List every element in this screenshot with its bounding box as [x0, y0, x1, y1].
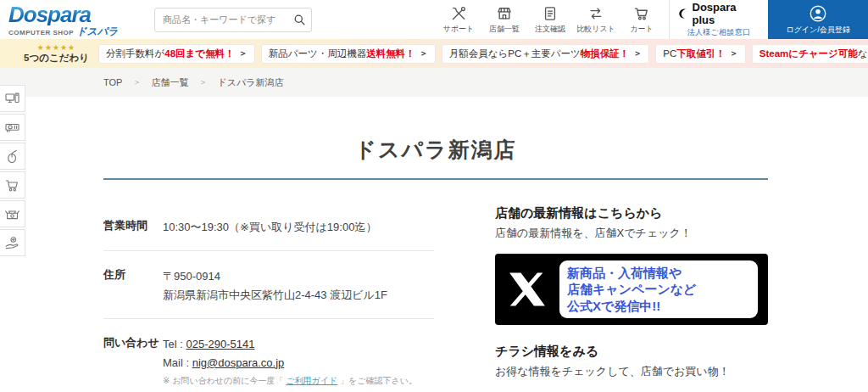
tools-icon	[450, 5, 467, 22]
logo-subtitle: COMPUTER SHOP	[8, 30, 74, 36]
cart-icon	[633, 5, 650, 22]
user-icon	[809, 4, 827, 23]
address-zip: 〒950-0914	[163, 267, 387, 285]
nav-compare-list[interactable]: 比較リスト	[576, 5, 616, 35]
contact-value: Tel : 025-290-5141 Mail : nig@dospara.co…	[163, 335, 417, 388]
store-icon	[496, 5, 513, 22]
x-banner[interactable]: 新商品・入荷情報や 店舗キャンペーンなど 公式Xで発信中!!	[495, 254, 768, 325]
compare-arrows-icon	[587, 5, 604, 22]
search-input[interactable]	[154, 8, 312, 32]
chevron-right-icon: ＞	[420, 48, 428, 59]
breadcrumb-current: ドスパラ新潟店	[217, 76, 283, 89]
breadcrumb-store-list[interactable]: 店舗一覧	[151, 76, 188, 89]
address-value: 〒950-0914 新潟県新潟市中央区紫竹山2-4-43 渡辺ビル1F	[163, 267, 387, 304]
promo-pill-free-shipping[interactable]: 新品パーツ・周辺機器送料無料！＞	[261, 44, 436, 64]
trade-in-icon	[4, 235, 20, 251]
store-news: 店舗の最新情報はこちらから 店舗の最新情報を、店舗Xでチェック！ 新商品・入荷情…	[495, 202, 768, 392]
contact-label: 問い合わせ	[103, 335, 163, 388]
title-underline	[103, 178, 768, 180]
sidebar-item-used[interactable]	[0, 200, 25, 227]
quick-sidebar	[0, 85, 25, 256]
promo-pill-installment[interactable]: 分割手数料が48回まで無料！＞	[98, 44, 255, 64]
usage-guide-link[interactable]: ご利用ガイド	[286, 376, 337, 385]
sidebar-item-pc[interactable]	[0, 85, 25, 112]
hours-label: 営業時間	[103, 218, 163, 236]
sidebar-item-buyback[interactable]	[0, 229, 25, 256]
nav-order-check[interactable]: 注文確認	[530, 5, 570, 35]
breadcrumb-separator: ＞	[132, 76, 141, 88]
news-subtext: 店舗の最新情報を、店舗Xでチェック！	[495, 226, 768, 241]
page-title: ドスパラ新潟店	[103, 97, 768, 164]
document-icon	[542, 5, 559, 22]
star-rating: ★★★★★	[37, 44, 75, 53]
graphics-card-icon	[4, 120, 20, 136]
info-row-address: 住所 〒950-0914 新潟県新潟市中央区紫竹山2-4-43 渡辺ビル1F	[103, 251, 434, 319]
info-row-contact: 問い合わせ Tel : 025-290-5141 Mail : nig@dosp…	[103, 319, 434, 392]
unboxing-icon	[4, 206, 20, 222]
breadcrumb: TOP ＞ 店舗一覧 ＞ ドスパラ新潟店	[0, 68, 868, 97]
address-street: 新潟県新潟市中央区紫竹山2-4-43 渡辺ビル1F	[163, 286, 387, 304]
info-row-hours: 営業時間 10:30〜19:30（※買い取り受付は19:00迄）	[103, 202, 434, 251]
sidebar-item-parts[interactable]	[0, 114, 25, 141]
address-label: 住所	[103, 267, 163, 304]
logo-kana: ドスパラ	[76, 26, 118, 36]
breadcrumb-top[interactable]: TOP	[103, 77, 122, 87]
nav-support[interactable]: サポート	[438, 5, 479, 35]
mouse-icon	[4, 148, 20, 165]
nav-cart[interactable]: カート	[621, 5, 662, 35]
promo-pill-trade-in[interactable]: PC下取値引！＞	[655, 44, 745, 64]
desktop-pc-icon	[4, 91, 20, 107]
sidebar-item-peripherals[interactable]	[0, 143, 25, 170]
news-heading: 店舗の最新情報はこちらから	[495, 205, 768, 221]
header-divider	[669, 0, 670, 39]
promo-pill-steam-points[interactable]: Steamにチャージ可能なポイント！＞	[752, 44, 868, 64]
search-box	[154, 8, 312, 32]
tel-link[interactable]: 025-290-5141	[186, 338, 254, 350]
store-info: 営業時間 10:30〜19:30（※買い取り受付は19:00迄） 住所 〒950…	[103, 202, 434, 392]
dospara-logo[interactable]: Dospara COMPUTER SHOP ドスパラ	[8, 3, 142, 36]
store-page: ドスパラ新潟店 営業時間 10:30〜19:30（※買い取り受付は19:00迄）…	[0, 97, 868, 392]
promo-bar: ★★★★★ 5つのこだわり 分割手数料が48回まで無料！＞ 新品パーツ・周辺機器…	[0, 39, 868, 68]
nav-store-list[interactable]: 店舗一覧	[484, 5, 525, 35]
chevron-right-icon: ＞	[633, 48, 642, 59]
five-kodawari[interactable]: ★★★★★ 5つのこだわり	[24, 44, 89, 64]
dospara-plus-link[interactable]: Dospara plus 法人様ご相談窓口	[678, 1, 760, 38]
x-logo-icon	[505, 267, 549, 311]
header-nav: サポート 店舗一覧 注文確認 比較リスト カート	[438, 5, 662, 35]
chevron-right-icon: ＞	[730, 48, 738, 59]
chevron-right-icon: ＞	[239, 48, 248, 59]
flyer-heading: チラシ情報をみる	[495, 344, 768, 360]
dospara-plus-icon	[678, 8, 690, 20]
site-header: Dospara COMPUTER SHOP ドスパラ サポート 店舗一覧 注文確…	[0, 0, 868, 39]
login-button[interactable]: ログイン/会員登録	[768, 0, 868, 39]
search-icon[interactable]	[293, 14, 306, 26]
breadcrumb-separator: ＞	[198, 76, 207, 88]
tel-prefix: Tel :	[163, 338, 186, 350]
logo-brand: Dospara	[8, 3, 142, 25]
x-banner-text: 新商品・入荷情報や 店舗キャンペーンなど 公式Xで発信中!!	[559, 260, 758, 319]
promo-pill-damage-warranty[interactable]: 月額会員ならPC＋主要パーツ物損保証！＞	[442, 44, 650, 64]
mail-link[interactable]: nig@dospara.co.jp	[192, 356, 285, 369]
sidebar-item-cart[interactable]	[0, 171, 25, 199]
cart-icon	[4, 177, 20, 193]
hours-value: 10:30〜19:30（※買い取り受付は19:00迄）	[163, 218, 376, 236]
flyer-subtext: お得な情報をチェックして、店舗でお買い物！	[495, 364, 768, 379]
contact-note: ※ お問い合わせの前に今一度「 ご利用ガイド 」をご確認下さい。	[163, 374, 417, 389]
mail-prefix: Mail :	[163, 356, 192, 369]
